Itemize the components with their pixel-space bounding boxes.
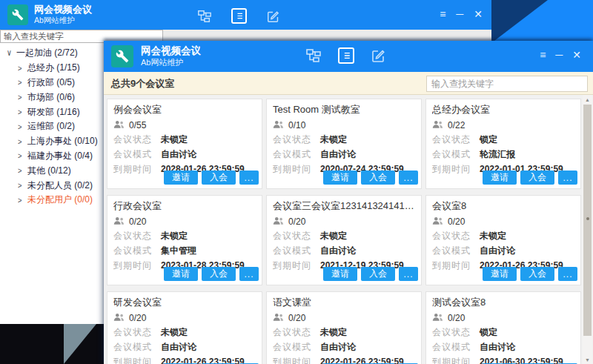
mode-value: 自由讨论 [320,149,356,160]
mode-value: 自由讨论 [320,245,356,257]
close-button[interactable]: ✕ [474,9,483,19]
more-button[interactable]: ... [558,267,577,281]
meeting-room-card: 例会会议室 0/55 会议状态未锁定 会议模式自由讨论 到期时间2028-01-… [107,99,262,189]
mode-value: 自由讨论 [161,342,196,353]
tree-children: > 总经办 (1/15) > 行政部 (0/5) > 市场部 (0/6) > 研… [6,61,102,208]
people-icon [113,312,125,324]
meeting-room-card: 总经办会议室 0/22 会议状态锁定 会议模式轮流汇报 到期时间2022-01-… [425,99,581,189]
tree-item-label: 市场部 (0/6) [27,91,75,104]
org-chart-icon[interactable] [305,47,322,64]
scroll-up-icon[interactable]: ▲ [583,95,592,104]
wrench-icon [111,45,133,67]
scroll-down-icon[interactable]: ▼ [583,355,592,364]
scrollbar-grip [586,217,589,220]
rooms-search-input[interactable] [426,76,588,92]
app-title-block: 网会视频会议 Ab网站维护 [34,4,92,25]
scrollbar-thumb[interactable] [583,105,592,336]
mode-label: 会议模式 [113,149,156,160]
mode-label: 会议模式 [273,149,316,160]
tree-item[interactable]: > 未分配人员 (0/2) [6,178,102,193]
list-icon[interactable] [338,47,354,64]
join-button[interactable]: 入会 [520,267,554,281]
participant-count: 0/20 [448,216,465,227]
rooms-summary: 总共9个会议室 [111,77,174,90]
room-title: 会议室三会议室123141324141三会... [273,199,415,213]
app-subtitle: Ab网站维护 [141,58,201,67]
mode-value: 自由讨论 [480,245,515,257]
mode-label: 会议模式 [273,342,316,353]
participant-count: 0/20 [288,313,305,323]
tree-item-label: 研发部 (1/16) [27,106,80,119]
status-label: 会议状态 [273,134,316,145]
scrollbar: ▲ ▼ [583,95,592,364]
participant-count: 0/20 [288,216,305,227]
participant-count: 0/20 [129,216,146,227]
invite-button[interactable]: 邀请 [483,171,517,185]
join-button[interactable]: 入会 [202,171,236,185]
tree-item[interactable]: > 研发部 (1/16) [6,105,102,119]
minimize-button[interactable]: ─ [555,50,563,60]
status-value: 未锁定 [161,231,188,242]
more-button[interactable]: ... [399,267,418,281]
join-button[interactable]: 入会 [520,171,554,185]
more-button[interactable]: ... [239,267,259,281]
room-capacity: 0/22 [432,119,574,130]
card-buttons: 邀请 入会 ... [323,171,418,185]
expire-label: 到期时间 [113,260,156,271]
invite-button[interactable]: 邀请 [323,267,357,281]
status-label: 会议状态 [432,231,475,242]
tree-item-label: 行政部 (0/5) [27,76,75,89]
org-chart-icon[interactable] [197,9,212,24]
mode-label: 会议模式 [113,342,156,353]
join-button[interactable]: 入会 [202,267,236,281]
rooms-content: 例会会议室 0/55 会议状态未锁定 会议模式自由讨论 到期时间2028-01-… [104,95,593,364]
status-value: 未锁定 [320,231,347,242]
tree-item[interactable]: > 其他 (0/12) [6,163,102,178]
tree-item[interactable]: > 运维部 (0/2) [6,119,102,134]
people-icon [273,119,284,131]
meeting-room-card: Test Room 测试教室 0/10 会议状态未锁定 会议模式自由讨论 到期时… [266,99,422,189]
tree-item[interactable]: > 市场部 (0/6) [6,90,102,105]
edit-icon[interactable] [266,9,281,24]
chevron-down-icon: ∨ [7,48,16,59]
room-title: 例会会议室 [113,103,256,116]
list-icon[interactable] [231,8,247,24]
join-button[interactable]: 入会 [361,267,395,281]
rooms-toolbar: 总共9个会议室 [104,72,593,95]
invite-button[interactable]: 邀请 [164,171,198,185]
expire-label: 到期时间 [432,357,475,364]
mode-value: 轮流汇报 [480,149,515,160]
invite-button[interactable]: 邀请 [164,267,198,281]
mode-label: 会议模式 [432,149,475,160]
more-button[interactable]: ... [239,171,259,185]
mode-value: 自由讨论 [320,342,356,353]
chevron-right-icon: > [18,63,27,73]
people-icon [432,216,443,228]
room-capacity: 0/20 [113,216,256,227]
more-button[interactable]: ... [399,171,418,185]
menu-button[interactable]: ≡ [440,9,445,19]
room-title: 会议室8 [432,199,574,213]
tree-item-label: 未分配人员 (0/2) [27,179,93,192]
invite-button[interactable]: 邀请 [323,171,357,185]
minimize-button[interactable]: ─ [456,9,463,19]
edit-icon[interactable] [371,47,387,64]
close-button[interactable]: ✕ [572,50,581,60]
menu-button[interactable]: ≡ [540,50,546,60]
tree-root-item[interactable]: ∨ 一起加油 (2/72) [6,46,102,61]
rooms-grid: 例会会议室 0/55 会议状态未锁定 会议模式自由讨论 到期时间2028-01-… [107,99,581,364]
status-value: 未锁定 [161,327,188,338]
invite-button[interactable]: 邀请 [483,267,517,281]
foreground-titlebar: 网会视频会议 Ab网站维护 ≡ ─ ✕ [104,41,593,72]
join-button[interactable]: 入会 [361,171,395,185]
card-buttons: 邀请 入会 ... [483,267,577,281]
tree-item[interactable]: > 上海办事处 (0/10) [6,134,102,149]
tree-item[interactable]: > 福建办事处 (0/4) [6,149,102,164]
more-button[interactable]: ... [558,171,577,185]
people-icon [432,119,443,131]
tree-item[interactable]: > 总经办 (1/15) [6,61,102,76]
tree-item[interactable]: > 未分配用户 (0/0) [6,193,102,208]
chevron-right-icon: > [18,181,27,191]
people-icon [432,312,443,324]
tree-item[interactable]: > 行政部 (0/5) [6,76,102,90]
